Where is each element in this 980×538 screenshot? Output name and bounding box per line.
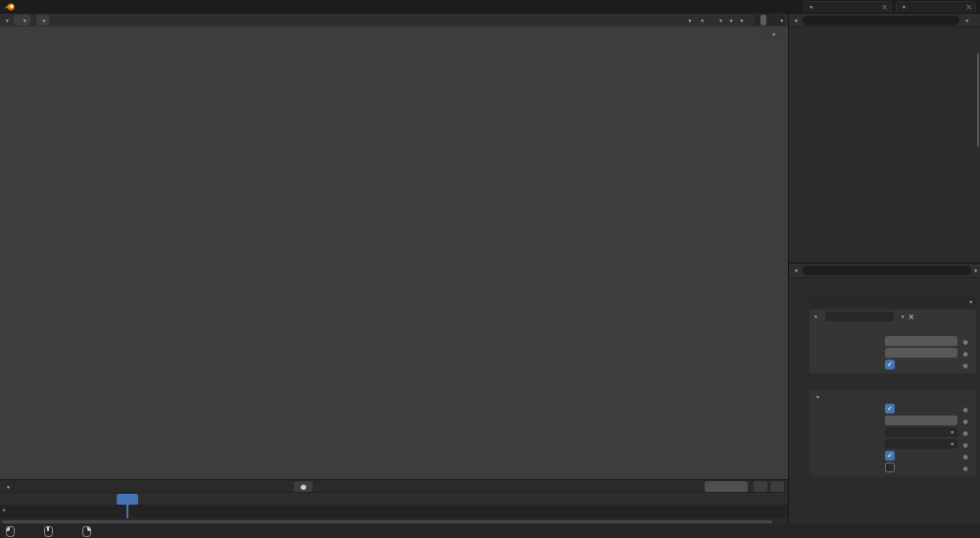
playhead-line[interactable]: [126, 504, 128, 518]
custom-normals-row: ●: [811, 462, 974, 473]
mode-dropdown[interactable]: ▾: [14, 15, 30, 25]
auto-keying-button[interactable]: ●: [294, 481, 313, 492]
overlays-dropdown[interactable]: ▾: [737, 18, 745, 24]
transform-orientation-dropdown[interactable]: ▾: [678, 15, 695, 25]
timeline-channel-area[interactable]: ▸: [0, 505, 788, 518]
delete-scene-icon[interactable]: ×: [881, 2, 888, 12]
properties-tab-column: [789, 279, 806, 281]
advanced-subpanel: ▾ ✓ ● ● ▾ ●: [809, 390, 976, 476]
modifier-extras-button[interactable]: ▾: [902, 314, 905, 319]
subdivision-type-segmented: [816, 323, 969, 334]
editor-type-button[interactable]: ▾: [3, 18, 11, 24]
middle-mouse-icon: [44, 526, 53, 537]
optimal-display-row: ✓ ●: [811, 359, 974, 370]
outliner-search-input[interactable]: [803, 16, 959, 25]
subdivision-info-row: [806, 375, 980, 388]
quality-row: ●: [811, 415, 974, 426]
breadcrumb: [806, 278, 980, 291]
properties-search-input[interactable]: [803, 266, 971, 275]
chevron-down-icon: ▾: [809, 4, 812, 10]
chevron-down-icon: ▾: [43, 18, 46, 24]
hint-rotate-view: [44, 526, 57, 537]
channel-expander-icon[interactable]: ▸: [3, 506, 6, 513]
uv-smooth-dropdown[interactable]: ▾: [885, 427, 957, 437]
optimal-display-checkbox[interactable]: ✓: [885, 360, 895, 369]
outliner-header: ▾ ▾: [789, 14, 980, 26]
chevron-down-icon: ▾: [24, 18, 26, 24]
modifier-close-button[interactable]: ×: [908, 313, 915, 321]
use-creases-row: ✓ ●: [811, 450, 974, 462]
delete-view-layer-icon[interactable]: ×: [965, 2, 972, 12]
levels-viewport-field[interactable]: [885, 336, 957, 346]
viewport-canvas[interactable]: [0, 26, 788, 480]
current-frame-field[interactable]: [705, 481, 748, 492]
status-bar: [0, 524, 980, 538]
properties-options-button[interactable]: ▾: [974, 268, 977, 273]
add-modifier-dropdown[interactable]: ▾: [809, 296, 976, 307]
options-button[interactable]: ▾: [764, 28, 780, 39]
blender-window: ▾ × ▾ × ▾ ▾ ▾: [0, 0, 980, 538]
render-levels-field[interactable]: [885, 348, 957, 358]
scene-selector[interactable]: ▾ ×: [803, 1, 892, 14]
viewport-header: ▾ ▾ ▾ ▾ ▾ ▾ ▾ ▾: [0, 14, 788, 26]
render-levels-row: ●: [811, 347, 974, 359]
boundary-smooth-row: ▾ ●: [811, 438, 974, 450]
retopoflow-menu[interactable]: ▾: [36, 15, 50, 25]
collapse-icon[interactable]: ▾: [814, 314, 817, 319]
chevron-down-icon: ▾: [903, 4, 906, 10]
timeline: ▾ ● ▸: [0, 480, 788, 524]
view-layer-selector[interactable]: ▾ ×: [896, 1, 976, 14]
playhead-label[interactable]: [117, 494, 138, 505]
shading-mode-group: ▾: [755, 15, 785, 25]
properties-editor: ▾ ▾ ▾ ▾: [789, 264, 980, 524]
viewport-3d[interactable]: ▾: [0, 26, 788, 480]
frame-start-field[interactable]: [754, 481, 767, 492]
topbar: ▾ × ▾ ×: [0, 0, 980, 14]
timeline-header: ▾ ●: [0, 480, 788, 493]
outliner-filter-button[interactable]: ▾: [962, 18, 970, 24]
custom-normals-checkbox[interactable]: [885, 463, 895, 472]
boundary-smooth-dropdown[interactable]: ▾: [885, 439, 957, 449]
outliner-rows: [789, 27, 980, 263]
properties-editor-type-button[interactable]: ▾: [792, 268, 800, 273]
gizmo-dropdown[interactable]: ▾: [727, 18, 735, 24]
use-creases-checkbox[interactable]: ✓: [885, 451, 895, 461]
subdivision-modifier-panel: ▾ ▾ × ● ●: [809, 310, 976, 373]
outliner-display-mode-button[interactable]: ▾: [792, 18, 800, 24]
modifier-name-field[interactable]: [825, 312, 894, 321]
uv-smooth-row: ▾ ●: [811, 426, 974, 438]
outliner: ▾ ▾: [789, 14, 980, 264]
blender-logo-icon: [5, 2, 16, 12]
timeline-editor-type-button[interactable]: ▾: [4, 484, 12, 490]
frame-end-field[interactable]: [770, 481, 784, 492]
outliner-scrollbar[interactable]: [977, 53, 980, 147]
right-mouse-icon: [82, 526, 91, 537]
timeline-scrollbar[interactable]: [2, 520, 772, 524]
hint-context-menu: [82, 526, 95, 537]
advanced-header[interactable]: ▾: [811, 391, 974, 403]
levels-viewport-row: ●: [811, 335, 974, 347]
properties-content: ▾ ▾ ▾ × ●: [806, 278, 980, 524]
quality-field[interactable]: [885, 416, 957, 425]
blender-logo-icon[interactable]: [0, 2, 21, 12]
annotate-dropdown[interactable]: ▾: [716, 18, 724, 24]
hint-select: [6, 526, 19, 537]
snap-toggle[interactable]: ▾: [698, 18, 706, 24]
topbar-right: ▾ × ▾ ×: [803, 1, 980, 14]
use-limit-checkbox[interactable]: ✓: [885, 404, 895, 414]
modifier-panel-header: ▾ ▾ ×: [811, 311, 974, 322]
left-mouse-icon: [6, 526, 15, 537]
properties-header: ▾ ▾: [789, 264, 980, 277]
modifier-tools: [806, 291, 980, 293]
use-limit-row: ✓ ●: [811, 403, 974, 415]
